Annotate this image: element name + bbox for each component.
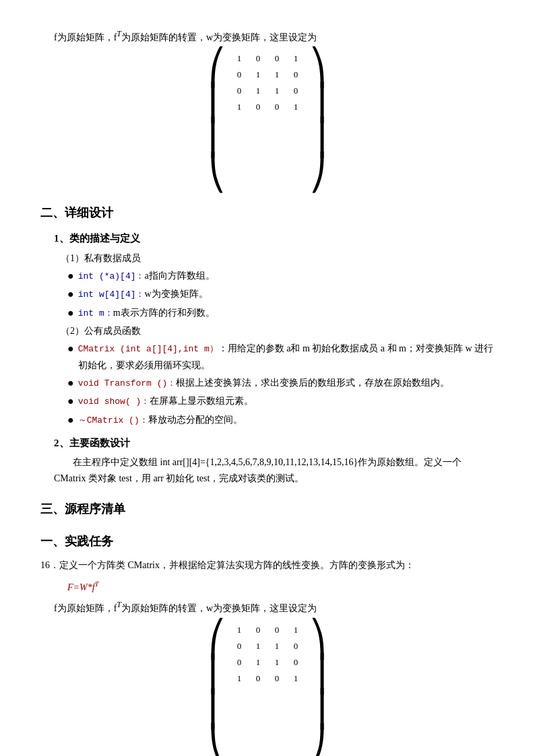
bullet-public-2: ● void Transform ()：根据上述变换算法，求出变换后的数组形式，… [67, 375, 495, 391]
section-practice-title: 一、实践任务 [40, 531, 495, 552]
matrix-2: ⎛⎜⎜⎝ 1 0 0 1 0 1 1 0 0 1 1 0 1 0 0 1 ⎞⎟⎟… [40, 622, 495, 756]
sub2-text: 在主程序中定义数组 int arr[][4]={1,2,3,4,5,6,7,8,… [54, 454, 495, 487]
bullet-public-1: ● CMatrix (int a[][4],int m）：用给定的参数 a和 m… [67, 341, 495, 373]
formula-line: F=W*fT [67, 578, 495, 595]
bullet-private-2: ● int w[4][4]：w为变换矩阵。 [67, 286, 495, 302]
matrix-1: ⎛⎜⎜⎝ 1 0 0 1 0 1 1 0 0 1 1 0 1 0 0 1 ⎞⎟⎟… [40, 50, 495, 191]
bullet-private-3: ● int m：m表示方阵的行和列数。 [67, 305, 495, 321]
intro-text-2: f为原始矩阵，fT为原始矩阵的转置，w为变换矩阵，这里设定为 [54, 598, 495, 616]
section2-title: 二、详细设计 [40, 203, 495, 224]
private-title: （1）私有数据成员 [61, 250, 495, 267]
bullet-private-1: ● int (*a)[4]：a指向方阵数组。 [67, 268, 495, 284]
sub1-title: 1、类的描述与定义 [54, 230, 495, 248]
bullet-public-3: ● void show( )：在屏幕上显示数组元素。 [67, 393, 495, 409]
section3-title: 三、源程序清单 [40, 499, 495, 520]
sub2-title: 2、主要函数设计 [54, 435, 495, 452]
matrix-grid-1: 1 0 0 1 0 1 1 0 0 1 1 0 1 0 0 1 [230, 50, 305, 191]
bullet-public-4: ● ～CMatrix ()：释放动态分配的空间。 [67, 412, 495, 428]
task16: 16．定义一个方阵类 CMatrix，并根据给定算法实现方阵的线性变换。方阵的变… [40, 557, 495, 574]
public-title: （2）公有成员函数 [61, 323, 495, 339]
matrix-grid-2: 1 0 0 1 0 1 1 0 0 1 1 0 1 0 0 1 [230, 622, 305, 756]
intro-text-1: f为原始矩阵，fT为原始矩阵的转置，w为变换矩阵，这里设定为 [54, 27, 495, 45]
